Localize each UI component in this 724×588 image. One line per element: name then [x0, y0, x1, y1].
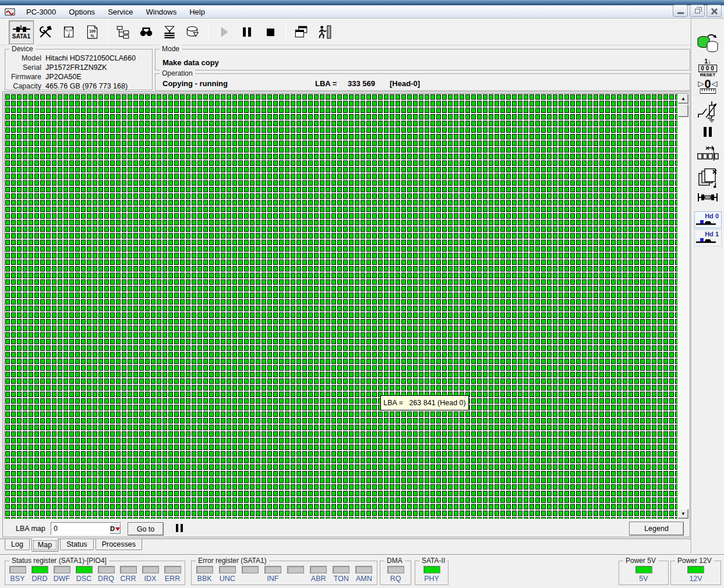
led-bbk: BBK [195, 566, 214, 583]
data-extractor-button[interactable] [181, 20, 204, 44]
menu-item-pc3000[interactable]: PC-3000 [20, 6, 62, 18]
toolbar: SATA1 0110 i 100 % [0, 19, 691, 45]
task-percent-button[interactable]: 100 % [80, 20, 104, 44]
terminal-connector-button[interactable] [697, 192, 719, 203]
menu-item-help[interactable]: Help [183, 6, 211, 18]
operation-status: Copying - running [163, 79, 228, 88]
minimize-button[interactable] [673, 5, 688, 17]
led-amn: AMN [354, 566, 374, 583]
tab-map[interactable]: Map [31, 539, 58, 551]
menu-bar: PC-3000 Options Service Windows Help [0, 5, 724, 19]
led-indicator [142, 566, 159, 573]
mode-panel-title: Mode [160, 45, 182, 53]
head-1-button[interactable]: Hd 1 [694, 229, 722, 246]
svg-text:100: 100 [89, 29, 96, 33]
counter-cells: 000 [698, 65, 717, 72]
map-pause-icon[interactable] [176, 524, 183, 532]
cascade-windows-icon [294, 24, 309, 40]
led-abr: ABR [309, 566, 329, 583]
stop-icon [267, 29, 274, 36]
map-scrollbar[interactable]: ▲ ▼ [677, 94, 688, 519]
menu-item-options[interactable]: Options [62, 6, 101, 18]
start-button[interactable] [212, 20, 235, 44]
ruler-icon [700, 88, 716, 94]
scroll-thumb[interactable] [678, 104, 688, 117]
stop-button[interactable] [259, 20, 282, 44]
passport-scroll-icon: 0110 i [61, 24, 76, 40]
menu-item-service[interactable]: Service [101, 6, 139, 18]
lba-tooltip: LBA = 263 841 (Head 0) [380, 395, 469, 410]
lba-input-wrap: D [51, 522, 122, 535]
led-indicator [310, 566, 327, 573]
legend-button[interactable]: Legend [629, 522, 684, 536]
pause-icon [704, 127, 712, 137]
restore-icon [695, 9, 700, 13]
close-windows-button[interactable] [697, 168, 719, 190]
svg-text:i: i [68, 31, 70, 38]
device-capacity-row: Capacity 465.76 GB (976 773 168) [5, 82, 152, 91]
tab-status[interactable]: Status [60, 539, 93, 550]
toolbar-separator [285, 21, 286, 43]
led-indicator [164, 566, 181, 573]
tools-icon [38, 24, 53, 40]
power-12v-group: Power 12V 12V [670, 561, 721, 585]
drive-passport-button[interactable]: 0110 i [57, 20, 80, 44]
toolbar-separator [208, 21, 209, 43]
make-data-copy-button[interactable] [696, 33, 719, 55]
head-map-button[interactable] [697, 146, 719, 163]
scroll-up-button[interactable]: ▲ [678, 94, 688, 104]
lba-map-label: LBA map [16, 525, 45, 533]
dma-group: DMA RQ [380, 561, 411, 585]
tab-bar: Log Map Status Processes [0, 539, 691, 552]
menu-item-windows[interactable]: Windows [139, 6, 183, 18]
windows-close-icon [697, 168, 719, 190]
sector-map[interactable] [5, 94, 677, 519]
led-inf: INF [263, 566, 282, 583]
restore-button[interactable] [690, 5, 705, 17]
scroll-down-button[interactable]: ▼ [678, 509, 688, 519]
led-drd: DRD [30, 566, 50, 583]
exit-button[interactable] [313, 20, 336, 44]
device-model-row: Model Hitachi HDS721050CLA660 [5, 54, 152, 63]
sata-connector-icon [13, 25, 30, 33]
device-serial-value: JP1572FR1ZN9ZK [45, 63, 107, 72]
filter-tests-button[interactable] [158, 20, 181, 44]
head-icon [696, 219, 716, 226]
map-grid-frame: LBA = 263 841 (Head 0) ▲ ▼ [4, 93, 688, 519]
device-serial-row: Serial JP1572FR1ZN9ZK [5, 63, 152, 72]
device-panel: Device Model Hitachi HDS721050CLA660 Ser… [5, 49, 153, 90]
led-blank-2 [286, 566, 306, 583]
head-zero-test-button[interactable]: ▷ 0 ◁ [698, 79, 717, 94]
tab-log[interactable]: Log [5, 539, 30, 550]
lba-dropdown-button[interactable]: D [110, 523, 121, 534]
error-register-group: Error register (SATA1) BBK UNC INF ABR T… [191, 561, 377, 585]
close-button[interactable] [707, 5, 722, 17]
led-crr: CRR [118, 566, 138, 583]
sidebar-pause-button[interactable] [704, 127, 712, 137]
device-capacity-value: 465.76 GB (976 773 168) [45, 82, 128, 91]
triangle-left-icon: ◁ [712, 79, 718, 88]
search-button[interactable] [135, 20, 158, 44]
probe-component-icon [697, 100, 718, 122]
lba-map-input[interactable] [51, 523, 110, 534]
goto-button[interactable]: Go to [128, 522, 164, 536]
utility-tools-button[interactable] [34, 20, 57, 44]
copy-disks-icon [696, 33, 719, 55]
mode-value: Make data copy [163, 58, 219, 67]
lba-map-row: LBA map D Go to Legend [4, 520, 688, 537]
pause-button[interactable] [235, 20, 259, 44]
led-dwf: DWF [52, 566, 72, 583]
sata1-port-button[interactable]: SATA1 [9, 20, 34, 44]
windows-cascade-button[interactable] [289, 20, 313, 44]
tab-processes[interactable]: Processes [96, 539, 142, 550]
oscilloscope-test-button[interactable] [697, 100, 718, 122]
led-err: ERR [163, 566, 182, 583]
operation-lba-value: 333 569 [348, 79, 375, 88]
power-5v-group: Power 5V 5V [619, 561, 669, 585]
reset-button[interactable]: 1↓ 000 RESET [698, 58, 717, 77]
head-0-button[interactable]: Hd 0 [694, 211, 722, 228]
led-indicator [387, 566, 404, 573]
resources-tree-button[interactable] [111, 20, 135, 44]
operation-panel-title: Operation [160, 69, 195, 77]
tree-icon [115, 24, 130, 40]
